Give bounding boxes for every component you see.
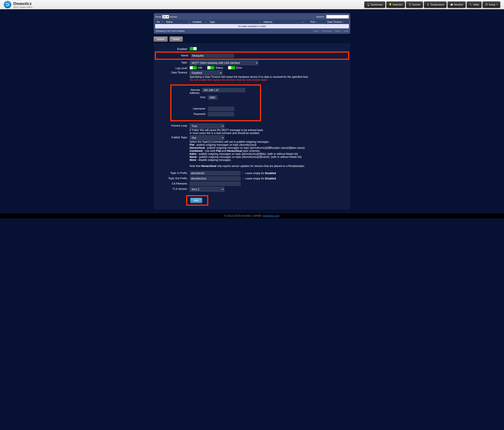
- entries-label: entries: [170, 15, 177, 18]
- highlight-name: Name:: [155, 52, 349, 60]
- app-version: 2023.2 (build 15457): [13, 6, 32, 8]
- table-header: Idx▾ Name▴ Enabled▴ Type▴ Address▴ Port▴…: [155, 20, 349, 24]
- thermometer-icon: 🌡️: [426, 3, 430, 6]
- sort-icon: ▾: [162, 21, 163, 23]
- pub-flat: Flat - publish outgoing messages on topi…: [189, 143, 257, 146]
- col-type[interactable]: Type▴: [208, 20, 262, 24]
- password-input[interactable]: [208, 112, 234, 116]
- topic-in-label: Topic In Prefix:: [155, 171, 189, 174]
- highlight-remote: Remote Address: Port: Username: Password…: [170, 84, 261, 121]
- timeout-help1: Specifying a Data Timeout will restart t…: [189, 75, 309, 78]
- pubtopic-label: Publish Topic:: [155, 135, 189, 139]
- nav-scenes[interactable]: 🎬Scenes: [406, 1, 423, 8]
- search-input[interactable]: [326, 15, 349, 18]
- log-info-label: Info: [198, 66, 202, 69]
- pagination: First | Previous | Next | Last: [314, 29, 349, 32]
- nav: 🖥️Dashboard 💡Switches 🎬Scenes 🌡️Temperat…: [364, 1, 500, 8]
- type-select[interactable]: MQTT Client Gateway with LAN interface: [189, 60, 258, 65]
- nav-switches[interactable]: 💡Switches: [386, 1, 405, 8]
- sort-icon: ▴: [259, 21, 260, 23]
- type-label: Type:: [155, 60, 189, 64]
- hardware-form: Enabled: Name: Type: MQTT Client Gateway…: [154, 43, 350, 210]
- pubtopic-intro: Select the Topic('s) Domoticz will use t…: [189, 140, 270, 143]
- lightbulb-icon: 💡: [389, 3, 392, 6]
- cafile-input[interactable]: [189, 182, 241, 186]
- highlight-add: Add: [186, 195, 208, 206]
- col-idx[interactable]: Idx▾: [155, 20, 165, 24]
- page-first[interactable]: First: [314, 29, 318, 32]
- nav-utility[interactable]: 🔌Utility: [467, 1, 481, 8]
- app-name: Domoticz: [13, 1, 32, 6]
- password-label: Password:: [189, 112, 208, 115]
- search-label: Search :: [316, 15, 325, 18]
- remote-label: Remote Address:: [189, 88, 202, 94]
- topic-out-label: Topic Out Prefix:: [155, 176, 189, 180]
- nav-setup[interactable]: 🛠️Setup ▼: [483, 1, 500, 8]
- cafile-label: CA Filename:: [155, 182, 189, 185]
- nav-dashboard[interactable]: 🖥️Dashboard: [364, 1, 385, 8]
- pub-comb: Combined - Use both Flat and Hierarchica…: [189, 149, 260, 152]
- enabled-label: Enabled:: [155, 47, 189, 51]
- hardware-table: Show 25 entries Search : Idx▾ Name▴ Enab…: [154, 13, 350, 34]
- col-timeout[interactable]: Data Timeout▴: [322, 20, 349, 24]
- log-error-toggle[interactable]: [228, 66, 235, 69]
- name-label: Name:: [157, 53, 191, 57]
- sort-icon: ▴: [189, 21, 189, 23]
- port-input[interactable]: [208, 95, 217, 100]
- footer: © 2012-2023 Domoticz | WWW: Domoticz.com: [0, 213, 504, 218]
- loglevel-label: Log Level:: [155, 66, 189, 70]
- topic-in-input[interactable]: [189, 171, 241, 175]
- table-empty: No data available in table: [155, 24, 349, 28]
- pubtopic-select[interactable]: Flat: [189, 135, 224, 140]
- nav-weather[interactable]: ☁️Weather: [448, 1, 466, 8]
- tls-label: TLS Version:: [155, 187, 189, 190]
- col-enabled[interactable]: Enabled▴: [191, 20, 208, 24]
- tls-select[interactable]: tlsv1.2: [189, 187, 224, 192]
- topic-out-hint: ← Leave empty for Disabled: [242, 177, 276, 180]
- update-button[interactable]: Update: [154, 37, 168, 42]
- pub-none: None - disable outgoing messages.: [189, 158, 231, 161]
- page-next[interactable]: Next: [335, 29, 340, 32]
- timeout-help2: Do not enable this option for devices th…: [189, 78, 268, 81]
- footer-link[interactable]: Domoticz.com: [263, 214, 280, 217]
- timeout-select[interactable]: Disabled: [189, 70, 223, 75]
- page-prev[interactable]: Previous: [322, 29, 332, 32]
- pub-hier: Hierarchical - publish outgoing messages…: [189, 146, 305, 149]
- prevent-select[interactable]: True: [189, 124, 224, 128]
- dashboard-icon: 🖥️: [367, 3, 370, 6]
- entries-select[interactable]: 25: [162, 15, 169, 18]
- logo: ⊃ Domoticz 2023.2 (build 15457): [4, 1, 32, 8]
- username-label: Username:: [189, 107, 208, 110]
- prevent-help1: If 'False' this will cause the MQTT mess…: [189, 128, 263, 132]
- log-error-label: Error: [236, 66, 242, 69]
- topbar: ⊃ Domoticz 2023.2 (build 15457) 🖥️Dashbo…: [0, 0, 504, 9]
- delete-button[interactable]: Delete: [170, 37, 183, 42]
- logo-icon: ⊃: [4, 1, 11, 8]
- show-label: Show: [155, 15, 161, 18]
- nav-temperature[interactable]: 🌡️Temperature: [424, 1, 447, 8]
- footer-copy: © 2012-2023 Domoticz | WWW:: [225, 214, 263, 217]
- topic-out-input[interactable]: [189, 176, 241, 181]
- page-last[interactable]: Last: [344, 29, 349, 32]
- add-button[interactable]: Add: [190, 198, 202, 203]
- col-port[interactable]: Port▴: [305, 20, 322, 24]
- wrench-icon: 🛠️: [485, 3, 488, 6]
- topic-in-hint: ← Leave empty for Disabled: [242, 172, 276, 175]
- prevent-label: Prevent Loop:: [155, 124, 189, 127]
- pub-note: Note that Hierarchical only reports sens…: [189, 165, 305, 167]
- name-input[interactable]: [191, 53, 234, 58]
- remote-input[interactable]: [202, 88, 245, 92]
- log-status-label: Status: [216, 66, 223, 69]
- sort-icon: ▴: [206, 21, 207, 23]
- log-info-toggle[interactable]: [189, 66, 197, 69]
- username-input[interactable]: [208, 107, 234, 111]
- enabled-toggle[interactable]: [189, 47, 197, 50]
- scenes-icon: 🎬: [408, 3, 412, 6]
- timeout-label: Data Timeout:: [155, 70, 189, 74]
- sort-icon: ▴: [316, 21, 317, 23]
- col-name[interactable]: Name▴: [165, 20, 191, 24]
- prevent-help2: In most cases this is a bad scenario and…: [189, 132, 260, 135]
- col-address[interactable]: Address▴: [262, 20, 305, 24]
- sort-icon: ▴: [303, 21, 304, 23]
- log-status-toggle[interactable]: [207, 66, 214, 69]
